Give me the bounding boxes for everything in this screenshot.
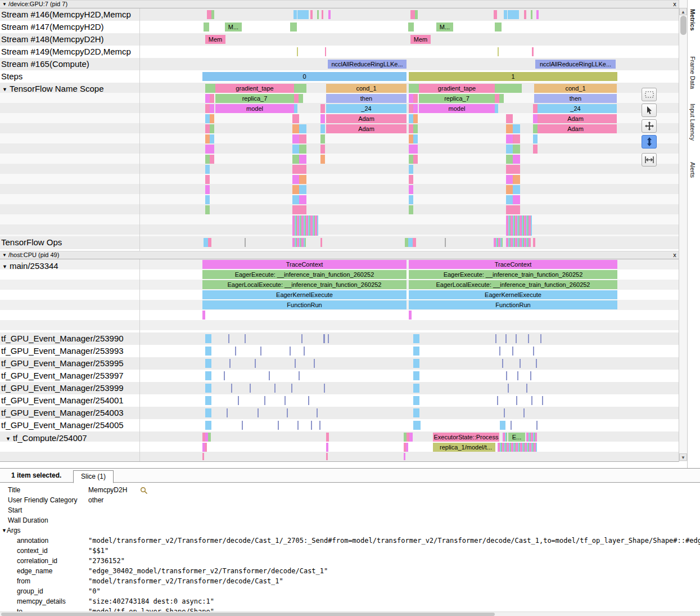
trace-slice[interactable]: gradient_tape <box>215 84 294 93</box>
timing-tool-button[interactable] <box>642 153 657 167</box>
trace-slice-small[interactable] <box>409 185 413 194</box>
trace-slice-small[interactable] <box>208 433 211 442</box>
trace-slice-small[interactable] <box>533 134 538 143</box>
row-label-event-manager-253997[interactable]: tf_GPU_Event_Manager/253997 <box>1 370 137 382</box>
collapse-icon[interactable]: ▼ <box>6 436 11 442</box>
trace-slice-small[interactable] <box>292 195 299 204</box>
trace-slice-small[interactable] <box>505 334 507 343</box>
trace-slice-small[interactable] <box>205 359 211 368</box>
row-label-event-manager-254005[interactable]: tf_GPU_Event_Manager/254005 <box>1 419 137 431</box>
trace-slice-small[interactable] <box>205 84 215 93</box>
cursor-tool-button[interactable] <box>642 104 657 117</box>
trace-slice-small[interactable] <box>205 195 210 204</box>
trace-slice-small[interactable] <box>324 384 325 393</box>
trace-slice-small[interactable] <box>512 347 513 356</box>
trace-slice-small[interactable] <box>495 84 522 93</box>
trace-slice-small[interactable] <box>409 104 413 113</box>
timeline-canvas[interactable]: M...M...MemMemncclAllReduceRingLLKe...nc… <box>139 0 680 462</box>
trace-slice-small[interactable] <box>499 347 500 356</box>
trace-slice-small[interactable] <box>292 124 299 133</box>
tab-alerts[interactable]: Alerts <box>689 162 696 178</box>
trace-slice-small[interactable] <box>503 433 507 442</box>
trace-slice-small[interactable] <box>320 124 325 133</box>
trace-slice-small[interactable] <box>413 145 418 154</box>
tab-metrics[interactable]: Metrics <box>689 9 696 31</box>
trace-slice-small[interactable] <box>299 165 306 174</box>
trace-slice-small[interactable] <box>410 10 415 19</box>
trace-slice-small[interactable] <box>406 443 408 452</box>
trace-slice-small[interactable] <box>205 371 211 380</box>
trace-slice-small[interactable] <box>533 347 534 356</box>
trace-slice-small[interactable] <box>409 195 413 204</box>
pan-tool-button[interactable] <box>642 119 657 133</box>
trace-slice-small[interactable] <box>287 408 288 417</box>
trace-slice-small[interactable] <box>299 94 303 103</box>
trace-slice-small[interactable] <box>205 114 210 123</box>
vertical-zoom-tool-button[interactable] <box>642 135 657 149</box>
trace-slice-small[interactable] <box>299 195 306 204</box>
trace-slice-small[interactable] <box>413 334 419 343</box>
trace-slice-small[interactable] <box>409 433 413 442</box>
trace-slice-small[interactable] <box>533 124 538 133</box>
trace-slice-small[interactable] <box>533 114 538 123</box>
trace-slice-small[interactable] <box>299 185 306 194</box>
scroll-up-icon[interactable]: ▲ <box>679 8 687 15</box>
trace-slice-small[interactable] <box>409 94 413 103</box>
trace-slice-small[interactable] <box>290 23 297 32</box>
trace-slice-small[interactable] <box>205 205 210 214</box>
trace-slice-small[interactable] <box>227 408 228 417</box>
trace-slice-small[interactable] <box>404 453 405 460</box>
trace-slice-small[interactable] <box>413 94 418 103</box>
trace-slice-small[interactable] <box>413 104 418 113</box>
trace-slice-small[interactable] <box>533 104 538 113</box>
trace-slice-small[interactable] <box>506 175 513 184</box>
trace-slice-small[interactable] <box>325 47 326 56</box>
trace-slice-small[interactable] <box>320 155 325 164</box>
trace-slice[interactable]: then <box>326 94 407 103</box>
trace-slice-small[interactable] <box>506 185 513 194</box>
trace-slice-small[interactable] <box>516 334 517 343</box>
trace-slice-small[interactable] <box>320 238 322 247</box>
trace-slice-small[interactable] <box>513 205 520 214</box>
row-label-main[interactable]: ▼main/253344 <box>1 260 137 273</box>
trace-slice-small[interactable] <box>526 433 537 442</box>
trace-slice-small[interactable] <box>523 408 525 417</box>
horizontal-scrollbar[interactable] <box>0 611 700 616</box>
trace-slice[interactable]: cond_1 <box>534 84 617 93</box>
trace-slice-small[interactable] <box>531 396 532 405</box>
collapse-icon[interactable]: ▼ <box>2 87 7 92</box>
trace-slice-small[interactable] <box>536 10 539 19</box>
trace-slice-small[interactable] <box>255 359 256 368</box>
trace-slice-small[interactable] <box>542 396 543 405</box>
trace-slice-small[interactable] <box>260 347 261 356</box>
trace-slice-small[interactable] <box>210 114 214 123</box>
trace-slice-small[interactable] <box>326 433 329 442</box>
row-label-stream-149[interactable]: Stream #149(MemcpyD2D,Memcp <box>1 46 137 58</box>
trace-slice[interactable]: model <box>419 104 495 113</box>
trace-slice-small[interactable] <box>205 175 210 184</box>
trace-slice-small[interactable] <box>299 145 306 154</box>
trace-slice-small[interactable] <box>202 311 205 320</box>
trace-slice-small[interactable] <box>504 408 505 417</box>
row-label-event-manager-253993[interactable]: tf_GPU_Event_Manager/253993 <box>1 345 137 357</box>
trace-slice[interactable]: Adam <box>326 124 407 133</box>
trace-slice-small[interactable] <box>508 384 509 393</box>
trace-slice-small[interactable] <box>210 104 214 113</box>
trace-slice-small[interactable] <box>531 10 532 19</box>
trace-slice-small[interactable] <box>530 371 531 380</box>
trace-slice-small[interactable] <box>526 384 527 393</box>
trace-slice-small[interactable] <box>413 371 419 380</box>
trace-slice-small[interactable] <box>235 347 236 356</box>
trace-slice-small[interactable] <box>294 84 306 93</box>
magnifier-icon[interactable] <box>140 487 148 494</box>
trace-slice-small[interactable] <box>513 155 520 164</box>
trace-slice[interactable]: M... <box>225 23 242 32</box>
trace-slice-small[interactable] <box>513 134 520 143</box>
trace-slice-small[interactable] <box>204 23 209 32</box>
trace-slice-small[interactable] <box>292 215 318 226</box>
trace-slice-small[interactable] <box>506 124 513 133</box>
trace-slice-small[interactable] <box>299 134 306 143</box>
trace-slice-small[interactable] <box>413 408 419 417</box>
trace-slice-small[interactable] <box>532 47 534 56</box>
trace-slice-small[interactable] <box>533 238 535 247</box>
